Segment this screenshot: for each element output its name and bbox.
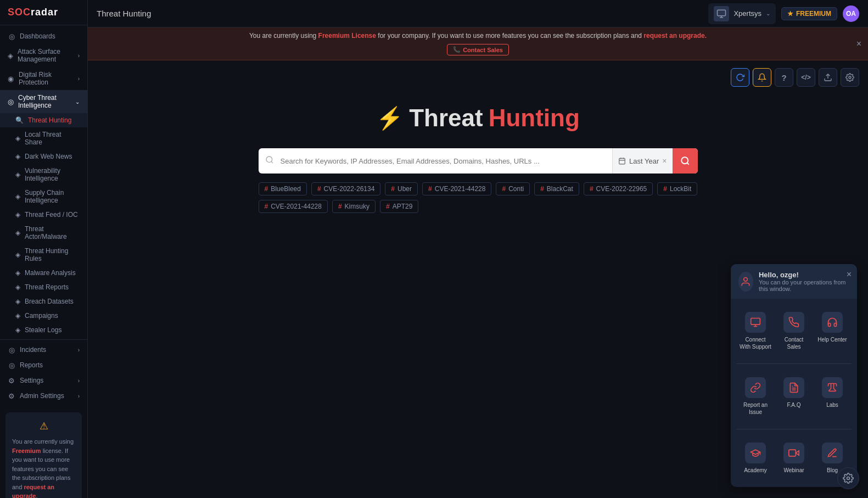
sidebar-item-drp[interactable]: ◉ Digital Risk Protection › — [0, 67, 87, 90]
sidebar-item-vuln[interactable]: ◈ Vulnerability Intelligence — [0, 164, 87, 186]
notification-button[interactable] — [753, 68, 771, 87]
sidebar-item-label: Threat Actor/Malware — [25, 225, 80, 240]
bottom-right-settings-button[interactable] — [837, 467, 859, 489]
sidebar-item-campaigns[interactable]: ◈ Campaigns — [0, 309, 87, 323]
faq-icon — [783, 377, 804, 398]
help-academy[interactable]: Academy — [736, 437, 775, 479]
help-widget: Hello, ozge! You can do your operations … — [731, 264, 857, 487]
sidebar-item-threat-actor[interactable]: ◈ Threat Actor/Malware — [0, 222, 87, 244]
sidebar-item-asm[interactable]: ◈ Attack Surface Management › — [0, 44, 87, 67]
dw-icon: ◈ — [15, 153, 20, 160]
sidebar-item-dark-web[interactable]: ◈ Dark Web News — [0, 149, 87, 164]
sidebar-item-threat-feed[interactable]: ◈ Threat Feed / IOC — [0, 208, 87, 222]
help-labs[interactable]: Labs — [813, 372, 852, 421]
sidebar-item-threat-hunting[interactable]: 🔍 Threat Hunting — [0, 113, 87, 127]
sidebar-item-admin[interactable]: ⚙ Admin Settings › — [0, 388, 87, 404]
faq-label: F.A.Q — [787, 401, 800, 409]
sidebar-item-cti[interactable]: ◎ Cyber Threat Intelligence ⌄ — [0, 90, 87, 113]
sidebar-item-threat-hunting-rules[interactable]: ◈ Threat Hunting Rules — [0, 244, 87, 266]
sidebar-item-label: Supply Chain Intelligence — [25, 189, 80, 204]
tag-cve-2021-44228[interactable]: # CVE-2021-44228 — [422, 182, 491, 195]
bolt-icon: ⚡ — [376, 105, 404, 131]
tag-bluebleed[interactable]: # BlueBleed — [259, 182, 307, 195]
tag-conti[interactable]: # Conti — [496, 182, 530, 195]
contact-sales-label: Contact Sales — [778, 336, 810, 350]
tag-blackcat[interactable]: # BlackCat — [534, 182, 579, 195]
th-icon: 🔍 — [15, 116, 24, 124]
help-connect-support[interactable]: Connect With Support — [736, 306, 775, 356]
help-text-block: Hello, ozge! You can do your operations … — [759, 271, 849, 292]
sidebar-item-malware[interactable]: ◈ Malware Analysis — [0, 266, 87, 280]
banner-license-link[interactable]: Freemium License — [318, 32, 376, 40]
banner-contact-sales-button[interactable]: 📞 Contact Sales — [447, 44, 509, 55]
asm-icon: ◈ — [8, 52, 13, 59]
star-icon: ★ — [787, 10, 793, 18]
logo-text: SOCradar — [8, 7, 58, 18]
contact-sales-icon — [783, 312, 804, 333]
sidebar-item-stealer[interactable]: ◈ Stealer Logs — [0, 323, 87, 337]
sidebar-item-supply[interactable]: ◈ Supply Chain Intelligence — [0, 186, 87, 208]
tag-cve-2021-44228b[interactable]: # CVE-2021-44228 — [259, 200, 328, 213]
tag-kimsuky[interactable]: # Kimsuky — [332, 200, 376, 213]
labs-icon — [822, 377, 843, 398]
tag-lockbit[interactable]: # LockBit — [657, 182, 697, 195]
headline-hunting: Hunting — [489, 104, 580, 132]
drp-icon: ◉ — [8, 75, 14, 82]
settings-button[interactable] — [841, 68, 859, 87]
sidebar: SOCradar ◎ Dashboards ◈ Attack Surface M… — [0, 0, 88, 498]
help-subtitle: You can do your operations from this win… — [759, 279, 849, 292]
page-title: Threat Hunting — [97, 9, 151, 18]
user-initials-badge[interactable]: OA — [843, 5, 859, 22]
tag-uber[interactable]: # Uber — [385, 182, 418, 195]
sidebar-item-threat-reports[interactable]: ◈ Threat Reports — [0, 280, 87, 294]
tag-apt29[interactable]: # APT29 — [380, 200, 418, 213]
bottom-card-text: You are currently using Freemium license… — [12, 438, 74, 498]
help-grid-row2: Report an Issue F.A.Q Labs — [731, 364, 857, 429]
thr-icon: ◈ — [15, 251, 20, 259]
sidebar-item-incidents[interactable]: ◎ Incidents › — [0, 342, 87, 357]
tag-cve-2022-22965[interactable]: # CVE-2022-22965 — [584, 182, 653, 195]
export-button[interactable] — [819, 68, 837, 87]
connect-support-label: Connect With Support — [740, 336, 771, 350]
help-center[interactable]: Help Center — [813, 306, 852, 356]
help-close-button[interactable]: × — [847, 270, 852, 279]
svg-point-17 — [847, 477, 850, 480]
phone-icon: 📞 — [453, 46, 461, 53]
code-button[interactable]: </> — [797, 68, 815, 87]
banner: You are currently using Freemium License… — [88, 27, 868, 60]
search-button[interactable] — [673, 148, 698, 174]
labs-label: Labs — [826, 401, 838, 409]
sidebar-item-breach[interactable]: ◈ Breach Datasets — [0, 294, 87, 309]
help-contact-sales[interactable]: Contact Sales — [775, 306, 813, 356]
sidebar-item-label: Threat Hunting — [28, 116, 71, 124]
help-button[interactable]: ? — [775, 68, 793, 87]
svg-point-9 — [681, 157, 688, 164]
sidebar-item-label: Campaigns — [25, 312, 58, 320]
cti-icon: ◎ — [8, 98, 14, 105]
chevron-icon: › — [78, 347, 80, 353]
svg-rect-16 — [789, 450, 796, 456]
svg-point-3 — [266, 156, 272, 163]
help-center-icon — [822, 312, 843, 333]
sidebar-item-local-threat[interactable]: ◈ Local Threat Share — [0, 127, 87, 149]
search-date-filter: Last Year × — [612, 148, 672, 174]
date-clear-button[interactable]: × — [662, 156, 667, 165]
banner-close-button[interactable]: × — [856, 39, 861, 49]
tag-cve-2022-26134[interactable]: # CVE-2022-26134 — [311, 182, 380, 195]
code-icon: </> — [801, 74, 810, 81]
refresh-button[interactable] — [731, 68, 749, 87]
banner-upgrade-link[interactable]: request an upgrade. — [643, 32, 707, 40]
user-dropdown-icon: ⌄ — [766, 10, 770, 16]
sidebar-item-dashboards[interactable]: ◎ Dashboards — [0, 29, 87, 44]
help-report-issue[interactable]: Report an Issue — [736, 372, 775, 421]
sidebar-item-label: Vulnerability Intelligence — [25, 167, 80, 182]
user-info[interactable]: Xpertsys ⌄ — [708, 3, 776, 24]
page-headline: ⚡ Threat Hunting — [376, 104, 580, 132]
help-webinar[interactable]: Webinar — [775, 437, 813, 479]
warning-icon: ⚠ — [12, 419, 75, 434]
bd-icon: ◈ — [15, 298, 20, 305]
search-input[interactable] — [281, 157, 613, 165]
help-faq[interactable]: F.A.Q — [775, 372, 813, 421]
sidebar-item-settings[interactable]: ⚙ Settings › — [0, 373, 87, 388]
sidebar-item-reports[interactable]: ◎ Reports — [0, 357, 87, 373]
